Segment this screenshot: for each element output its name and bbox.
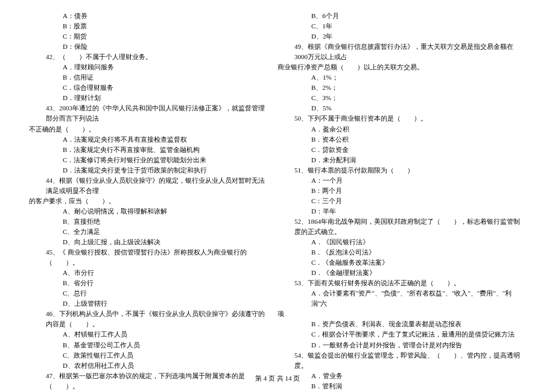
option: A：一个月 <box>278 175 526 186</box>
option: D．法案规定央行更专注于货币政策的制定和执行 <box>29 165 267 175</box>
option: D：保险 <box>29 42 267 52</box>
option: D：半年 <box>278 206 526 217</box>
option: D．未分配利润 <box>278 155 526 165</box>
right-column: B、6个月 C、1年 D、2年 49、根据《商业银行信息披露暂行办法》，重大关联… <box>278 11 526 392</box>
option: C：期货 <box>29 31 267 42</box>
option: C．贷款资金 <box>278 145 526 155</box>
question-53: 53、下面有关银行财务报表的说法不正确的是（ ）。 <box>278 278 526 288</box>
option: D．《金融理财法案》 <box>278 268 526 278</box>
option: B、省分行 <box>29 278 267 288</box>
option: A．法案规定央行将不具有直接检查监督权 <box>29 134 267 145</box>
option: C、总行 <box>29 288 267 299</box>
option: D．理财计划 <box>29 93 267 103</box>
option: D、5% <box>278 103 526 113</box>
page-body: A：债券 B：股票 C：期货 D：保险 42、（ ）不属于个人理财业务。 A．理… <box>0 0 555 392</box>
question-49-cont: 商业银行净资产总额（ ）以上的关联方交易。 <box>278 62 526 72</box>
option: A、市分行 <box>29 268 267 278</box>
option: D、向上级汇报，由上级设法解决 <box>29 237 267 247</box>
question-50: 50、下列不属于商业银行资本的是（ ）。 <box>278 113 526 124</box>
question-45: 45、《 商业银行授权、授信管理暂行办法》所称授权人为商业银行的（ ）。 <box>29 247 267 268</box>
option: B：股票 <box>29 21 267 31</box>
option: D、2年 <box>278 31 526 42</box>
option: B、6个月 <box>278 11 526 21</box>
option: A．《国民银行法》 <box>278 237 526 247</box>
option: C．根据会计平衡要求，产生了复式记账法，最通用的是借贷记账方法 <box>278 329 526 340</box>
option: B：两个月 <box>278 186 526 196</box>
option: C．法案修订将央行对银行业的监管职能划分出来 <box>29 155 267 165</box>
option: B、2%； <box>278 83 526 93</box>
page-footer: 第 4 页 共 14 页 <box>0 373 555 384</box>
option: C．综合理财服务 <box>29 83 267 93</box>
question-51: 51、银行本票的提示付款期限为（ ） <box>278 165 526 175</box>
question-44-cont: 的客户要求，应当（ ）。 <box>29 196 267 206</box>
option: B、直接拒绝 <box>29 217 267 227</box>
question-43-cont: 不正确的是（ ）。 <box>29 124 267 134</box>
question-42: 42、（ ）不属于个人理财业务。 <box>29 52 267 62</box>
option: C、政策性银行工作人员 <box>29 350 267 361</box>
option: B．资产负债表、利润表、现金流量表都是动态报表 <box>278 319 526 329</box>
option: C．《金融服务改革法案》 <box>278 258 526 268</box>
question-44: 44、根据《银行业从业人员职业操守》的规定，银行业从业人员对暂时无法满足或明显不… <box>29 175 267 196</box>
option: A．理财顾问服务 <box>29 62 267 72</box>
question-53-cont: 项 <box>278 309 526 319</box>
option: A：债券 <box>29 11 267 21</box>
option: C、1年 <box>278 21 526 31</box>
question-46: 46、下列机构从业人员中，不属于《银行业从业人员职业操守》必须遵守的内容是（ ）… <box>29 309 267 329</box>
left-column: A：债券 B：股票 C：期货 D：保险 42、（ ）不属于个人理财业务。 A．理… <box>29 11 278 392</box>
option: D、上级管辖行 <box>29 299 267 309</box>
option: B．《反泡沫公司法》 <box>278 247 526 258</box>
option: A、1%； <box>278 72 526 83</box>
question-43: 43、2003年通过的《中华人民共和国中国人民银行法修正案》，就监督管理部分而言… <box>29 103 267 124</box>
option: B、基金管理公司工作人员 <box>29 340 267 350</box>
option: B．法案规定央行不再直接审批、监管金融机构 <box>29 145 267 155</box>
option: A、村镇银行工作人员 <box>29 329 267 340</box>
option: D．一般财务会计是对外报告，管理会计是对内报告 <box>278 340 526 350</box>
option: A、耐心说明情况，取得理解和谅解 <box>29 206 267 217</box>
question-52: 52、1864年南北战争期间，美国联邦政府制定了（ ），标志着银行监管制度的正式… <box>278 217 526 237</box>
option: C、3%； <box>278 93 526 103</box>
option: B．信用证 <box>29 72 267 83</box>
question-54: 54、银监会提出的银行业监管理念，即管风险、（ ）、管内控，提高透明度。 <box>278 350 526 371</box>
option: D、农村信用社工作人员 <box>29 361 267 371</box>
option: A．盈余公积 <box>278 124 526 134</box>
option: C、全力满足 <box>29 227 267 237</box>
option: C：三个月 <box>278 196 526 206</box>
option: B．资本公积 <box>278 134 526 145</box>
option: A．会计要素有"资产"、"负债"、"所有者权益"、"收入"、"费用"、"利润"六 <box>278 288 526 309</box>
question-49: 49、根据《商业银行信息披露暂行办法》，重大关联方交易是指交易金额在3000万元… <box>278 42 526 62</box>
